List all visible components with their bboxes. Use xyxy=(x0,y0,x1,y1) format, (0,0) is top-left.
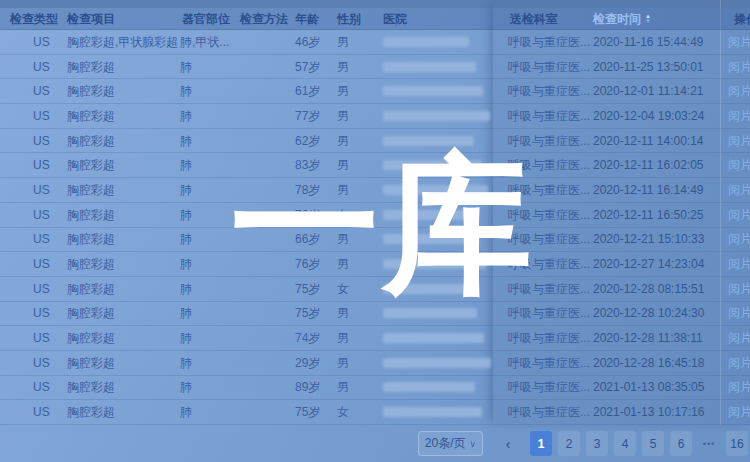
view-images-link[interactable]: 阅片 xyxy=(728,404,750,421)
study-list-screen: 检查类型 检查项目 器官部位 检查方法 年龄 性别 医院 送检科室 检查时间 ▲… xyxy=(0,0,750,462)
prev-page-button[interactable]: ‹ xyxy=(498,431,518,456)
view-images-link[interactable]: 阅片 xyxy=(728,181,750,198)
cell-check-time: 2020-12-04 19:03:24 xyxy=(593,109,704,123)
view-images-link[interactable]: 阅片 xyxy=(728,107,750,124)
page-ellipsis[interactable]: ••• xyxy=(698,431,720,456)
cell-department: 呼吸与重症医... xyxy=(508,330,590,347)
table-row[interactable]: US 胸腔彩超 肺 75岁 女 呼吸与重症医... 2021-01-13 10:… xyxy=(0,400,750,425)
cell-check-type: US xyxy=(33,35,50,49)
table-row[interactable]: US 胸腔彩超 肺 61岁 男 呼吸与重症医... 2020-12-01 11:… xyxy=(0,79,750,104)
cell-check-project: 胸腔彩超 xyxy=(67,256,115,273)
cell-organ: 肺 xyxy=(180,157,192,174)
view-images-link[interactable]: 阅片 xyxy=(728,330,750,347)
cell-organ: 肺 xyxy=(180,58,192,75)
cell-check-type: US xyxy=(33,109,50,123)
header-check-time[interactable]: 检查时间 xyxy=(593,10,641,27)
hospital-redacted-block xyxy=(383,111,490,121)
cell-age: 77岁 xyxy=(295,107,320,124)
cell-check-project: 胸腔彩超 xyxy=(67,83,115,100)
cell-check-time: 2020-12-28 11:38:11 xyxy=(593,331,703,345)
header-method: 检查方法 xyxy=(240,10,288,27)
cell-check-time: 2020-12-28 10:24:30 xyxy=(593,306,704,320)
cell-check-type: US xyxy=(33,282,50,296)
cell-organ: 肺 xyxy=(180,83,192,100)
cell-check-type: US xyxy=(33,306,50,320)
table-row[interactable]: US 胸腔彩超 肺 89岁 男 呼吸与重症医... 2021-01-13 08:… xyxy=(0,376,750,401)
table-row[interactable]: US 胸腔彩超 肺 74岁 男 呼吸与重症医... 2020-12-28 11:… xyxy=(0,326,750,351)
view-images-link[interactable]: 阅片 xyxy=(728,354,750,371)
watermark-text: 一库 xyxy=(230,150,534,300)
view-images-link[interactable]: 阅片 xyxy=(728,379,750,396)
view-images-link[interactable]: 阅片 xyxy=(728,206,750,223)
hospital-redacted-block xyxy=(383,37,469,47)
cell-gender: 男 xyxy=(337,330,349,347)
page-size-select[interactable]: 20条/页 ∨ xyxy=(418,431,483,456)
header-actions: 操作 xyxy=(734,10,750,27)
page-button-4[interactable]: 4 xyxy=(614,431,636,456)
cell-check-project: 胸腔彩超 xyxy=(67,280,115,297)
view-images-link[interactable]: 阅片 xyxy=(728,58,750,75)
cell-organ: 肺,甲状... xyxy=(180,33,229,50)
page-button-6[interactable]: 6 xyxy=(670,431,692,456)
cell-check-project: 胸腔彩超 xyxy=(67,181,115,198)
page-button-1[interactable]: 1 xyxy=(530,431,552,456)
header-check-type: 检查类型 xyxy=(10,10,58,27)
page-button-3[interactable]: 3 xyxy=(586,431,608,456)
cell-department: 呼吸与重症医... xyxy=(508,83,590,100)
table-row[interactable]: US 胸腔彩超 肺 77岁 男 呼吸与重症医... 2020-12-04 19:… xyxy=(0,104,750,129)
cell-age: 57岁 xyxy=(295,58,320,75)
view-images-link[interactable]: 阅片 xyxy=(728,280,750,297)
view-images-link[interactable]: 阅片 xyxy=(728,231,750,248)
chevron-down-icon: ∨ xyxy=(470,439,477,449)
cell-gender: 女 xyxy=(337,404,349,421)
view-images-link[interactable]: 阅片 xyxy=(728,83,750,100)
cell-organ: 肺 xyxy=(180,354,192,371)
view-images-link[interactable]: 阅片 xyxy=(728,132,750,149)
cell-organ: 肺 xyxy=(180,305,192,322)
cell-check-time: 2020-12-11 16:02:05 xyxy=(593,158,704,172)
view-images-link[interactable]: 阅片 xyxy=(728,305,750,322)
cell-organ: 肺 xyxy=(180,181,192,198)
cell-check-type: US xyxy=(33,405,50,419)
cell-check-type: US xyxy=(33,380,50,394)
view-images-link[interactable]: 阅片 xyxy=(728,33,750,50)
cell-check-type: US xyxy=(33,134,50,148)
pagination-bar: 20条/页 ∨ ‹ 123456•••16 xyxy=(0,425,750,462)
cell-check-project: 胸腔彩超 xyxy=(67,58,115,75)
cell-gender: 男 xyxy=(337,83,349,100)
cell-check-project: 胸腔彩超 xyxy=(67,354,115,371)
header-hospital: 医院 xyxy=(383,10,407,27)
header-department: 送检科室 xyxy=(510,10,558,27)
chevron-left-icon: ‹ xyxy=(506,436,511,452)
cell-check-type: US xyxy=(33,356,50,370)
cell-check-time: 2020-12-21 15:10:33 xyxy=(593,232,704,246)
cell-organ: 肺 xyxy=(180,256,192,273)
view-images-link[interactable]: 阅片 xyxy=(728,157,750,174)
hospital-redacted-block xyxy=(383,308,477,318)
cell-department: 呼吸与重症医... xyxy=(508,33,590,50)
cell-check-project: 胸腔彩超 xyxy=(67,330,115,347)
sort-indicator[interactable]: ▲▼ xyxy=(645,14,651,24)
cell-organ: 肺 xyxy=(180,379,192,396)
cell-check-time: 2021-01-13 08:35:05 xyxy=(593,380,704,394)
cell-check-project: 胸腔彩超 xyxy=(67,107,115,124)
hospital-redacted-block xyxy=(383,358,491,368)
page-button-2[interactable]: 2 xyxy=(558,431,580,456)
cell-check-time: 2020-12-28 08:15:51 xyxy=(593,282,704,296)
view-images-link[interactable]: 阅片 xyxy=(728,256,750,273)
cell-check-time: 2021-01-13 10:17:16 xyxy=(593,405,704,419)
page-button-16[interactable]: 16 xyxy=(726,431,748,456)
cell-check-type: US xyxy=(33,158,50,172)
cell-check-project: 胸腔彩超 xyxy=(67,231,115,248)
table-row[interactable]: US 胸腔彩超 肺 57岁 男 呼吸与重症医... 2020-11-25 13:… xyxy=(0,55,750,80)
table-row[interactable]: US 胸腔彩超 肺 29岁 男 呼吸与重症医... 2020-12-28 16:… xyxy=(0,351,750,376)
cell-age: 74岁 xyxy=(295,330,320,347)
cell-gender: 男 xyxy=(337,107,349,124)
header-check-project: 检查项目 xyxy=(67,10,115,27)
cell-organ: 肺 xyxy=(180,132,192,149)
cell-check-type: US xyxy=(33,232,50,246)
page-button-5[interactable]: 5 xyxy=(642,431,664,456)
page-size-label: 20条/页 xyxy=(425,435,466,452)
header-gender: 性别 xyxy=(337,10,361,27)
table-row[interactable]: US 胸腔彩超,甲状腺彩超 肺,甲状... 46岁 男 呼吸与重症医... 20… xyxy=(0,30,750,55)
